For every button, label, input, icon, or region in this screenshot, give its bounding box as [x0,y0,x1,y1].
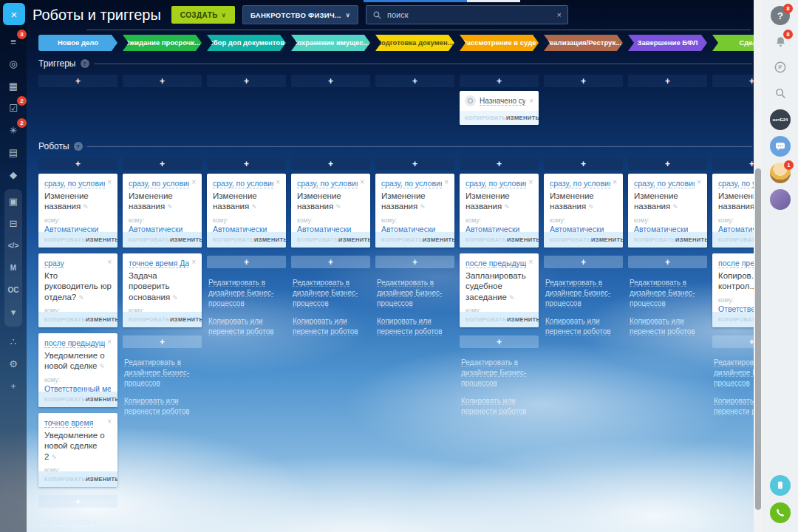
copy-robot-button[interactable]: копировать [44,396,86,403]
copy-robot-button[interactable]: копировать [44,316,86,323]
robot-when-link[interactable]: после пред... [718,259,754,268]
add-robot-button[interactable]: + [460,157,539,170]
create-button[interactable]: СОЗДАТЬ∨ [171,6,235,24]
add-trigger-button[interactable]: + [460,75,539,87]
delete-robot-icon[interactable]: × [191,179,196,186]
copy-robot-button[interactable]: копировать [297,236,338,243]
add-robot-button[interactable]: + [712,157,754,170]
add-trigger-button[interactable]: + [123,75,202,87]
close-menu-button[interactable]: × [3,3,25,25]
edit-pencil-icon[interactable]: ✎ [172,294,178,301]
copy-or-move-robots-link[interactable]: Копировать или перенести роботов [630,316,706,337]
add-trigger-button[interactable]: + [291,75,370,87]
edit-pencil-icon[interactable]: ✎ [99,363,105,370]
edit-pencil-icon[interactable]: ✎ [509,294,515,301]
robot-when-link[interactable]: сразу, по условию [297,179,358,188]
app-oc-icon[interactable]: OC [4,281,22,299]
edit-robot-button[interactable]: изменить [591,236,623,243]
copy-robot-button[interactable]: копировать [129,236,170,243]
edit-pencil-icon[interactable]: ✎ [588,203,594,211]
edit-pencil-icon[interactable]: ✎ [167,203,173,211]
robot-when-link[interactable]: сразу, по условию [213,179,273,188]
info-icon[interactable]: ? [74,142,83,151]
clear-search-icon[interactable]: × [557,10,562,19]
delete-robot-icon[interactable]: × [528,179,533,186]
add-robot-button[interactable]: + [628,157,707,170]
stage-tab-docs[interactable]: Сбор доп документов [207,35,286,51]
info-icon[interactable]: ? [81,59,89,68]
robot-when-link[interactable]: сразу, по условию [718,179,754,188]
edit-pencil-icon[interactable]: ✎ [78,294,84,301]
copy-trigger-button[interactable]: копировать [465,115,506,121]
stage-tab-overdue[interactable]: Ожидание просрочк... [123,35,202,51]
add-robot-button[interactable]: + [38,157,117,170]
delete-robot-icon[interactable]: × [276,179,280,186]
add-robot-button[interactable]: + [375,256,454,268]
copy-or-move-robots-link[interactable]: Копировать или перенести роботов [545,316,621,337]
stage-tab-realization[interactable]: Реализация/Реструк... [544,35,623,51]
edit-robot-button[interactable]: изменить [675,236,707,243]
messenger-icon[interactable] [770,136,791,157]
user-avatar[interactable]: 1 [770,163,791,183]
add-trigger-button[interactable]: + [628,75,707,87]
edit-robot-button[interactable]: изменить [86,476,117,482]
copy-robot-button[interactable]: копировать [466,236,507,243]
add-robot-button[interactable]: + [207,256,286,268]
edit-in-designer-link[interactable]: Редактировать в дизайнере Бизнес-процесс… [461,358,537,389]
copy-robot-button[interactable]: копировать [718,236,754,243]
copy-or-move-robots-link[interactable]: Копировать или перенести роботов [714,396,754,417]
edit-trigger-button[interactable]: изменить [506,115,539,121]
robot-when-link[interactable]: после предыдущего, ... [466,259,526,268]
add-robot-button[interactable]: + [544,256,623,268]
edit-pencil-icon[interactable]: ✎ [83,203,89,211]
edit-in-designer-link[interactable]: Редактировать в дизайнере Бизнес-процесс… [208,278,284,309]
edit-robot-button[interactable]: изменить [86,396,117,403]
edit-pencil-icon[interactable]: ✎ [251,203,257,211]
edit-robot-button[interactable]: изменить [507,236,539,243]
add-trigger-button[interactable]: + [207,75,286,87]
robot-when-link[interactable]: сразу, по условию [44,179,105,188]
robot-when-link[interactable]: сразу [44,259,64,268]
edit-in-designer-link[interactable]: Редактировать в дизайнере Бизнес-процесс… [714,358,754,389]
copy-or-move-robots-link[interactable]: Копировать или перенести роботов [461,396,537,417]
search-box[interactable]: × [366,5,568,24]
add-trigger-button[interactable]: + [712,75,754,87]
delete-robot-icon[interactable]: × [697,179,701,186]
robot-when-link[interactable]: после предыдущего [44,338,105,348]
notifications-bell-icon[interactable]: 8 [771,32,790,51]
delete-trigger-icon[interactable]: × [529,98,533,105]
edit-robot-button[interactable]: изменить [170,236,202,243]
add-robot-button[interactable]: + [123,157,202,170]
copy-robot-button[interactable]: копировать [213,236,254,243]
add-robot-button[interactable]: + [291,256,370,268]
edit-robot-button[interactable]: изменить [507,316,539,323]
stage-tab-new[interactable]: Новое дело [38,35,117,51]
copy-robot-button[interactable]: копировать [550,236,591,243]
copy-or-move-robots-link[interactable]: Копировать или перенести роботов [208,316,284,337]
edit-pencil-icon[interactable]: ✎ [51,454,57,461]
structure-icon[interactable]: ∴ [4,332,22,350]
robot-when-link[interactable]: сразу, по условию [129,179,189,188]
code-icon[interactable]: </> [4,236,22,254]
feed-icon[interactable]: ≡3 [4,33,22,50]
edit-robot-button[interactable]: изменить [338,236,370,243]
add-robot-button[interactable]: + [375,157,454,170]
add-robot-button[interactable]: + [123,335,202,348]
robot-when-link[interactable]: сразу, по условию [550,179,610,188]
edit-robot-button[interactable]: изменить [170,316,202,323]
delete-robot-icon[interactable]: × [360,179,364,186]
stage-tab-finish[interactable]: Завершение БФЛ [628,35,707,51]
vertical-scrollbar-thumb[interactable] [755,168,761,510]
add-robot-button[interactable]: + [628,256,707,268]
workgroup-avatar[interactable]: нетБ24 [770,109,791,130]
copy-robot-button[interactable]: копировать [44,236,86,243]
add-trigger-button[interactable]: + [38,75,117,87]
copy-or-move-robots-link[interactable]: Копировать или перенести роботов [293,316,369,337]
copy-robot-button[interactable]: копировать [466,316,507,323]
add-robot-button[interactable]: + [460,335,539,348]
copy-or-move-robots-link[interactable]: Копировать или перенести роботов [124,396,200,417]
stage-tab-assets[interactable]: Сохранение имущес... [291,35,370,51]
robot-when-link[interactable]: точное время Дата о... [129,259,189,268]
edit-robot-button[interactable]: изменить [254,236,286,243]
delete-robot-icon[interactable]: × [107,338,112,346]
